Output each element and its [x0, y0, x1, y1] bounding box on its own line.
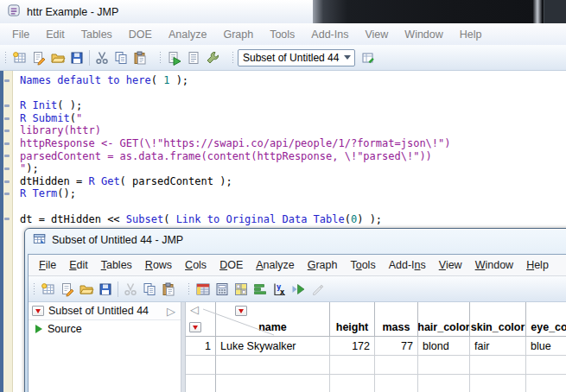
new-script-icon[interactable]: [29, 48, 48, 67]
w1-titlebar[interactable]: httr Example - JMP: [0, 0, 566, 23]
new-table-icon[interactable]: [10, 48, 29, 67]
cell-eye_color: [526, 375, 566, 392]
column-header-height[interactable]: height: [330, 302, 375, 337]
data-table-red-icon[interactable]: [194, 280, 213, 299]
sidebar-item-source[interactable]: Source: [29, 320, 181, 338]
code-line: ");: [20, 162, 566, 175]
menu-item-tools[interactable]: Tools: [350, 259, 375, 271]
menu-item-window[interactable]: Window: [404, 28, 442, 41]
table-row[interactable]: 1Luke Skywalker17277blondfairblue: [186, 337, 566, 356]
table-row-empty: [186, 375, 566, 392]
editor-gutter: [3, 71, 13, 392]
line-marker: [4, 193, 10, 195]
line-marker: [4, 168, 10, 170]
green-triangle-icon: [35, 325, 42, 333]
menu-item-tables[interactable]: Tables: [81, 28, 112, 41]
cut-icon[interactable]: [92, 48, 111, 67]
cell-height: [330, 375, 375, 392]
menu-item-doe[interactable]: DOE: [129, 28, 152, 41]
table-panel-title: Subset of Untitled 44: [48, 305, 162, 317]
copy-icon[interactable]: [111, 48, 130, 67]
corner-diagonal-line: [186, 302, 281, 337]
table-body[interactable]: 1Luke Skywalker17277blondfairblue: [186, 337, 566, 392]
line-marker: [4, 155, 10, 157]
new-table-icon[interactable]: [39, 280, 58, 299]
menu-item-view[interactable]: View: [365, 28, 388, 41]
cell-hair_color[interactable]: blond: [418, 337, 470, 356]
window-grid-icon[interactable]: [232, 280, 251, 299]
cell-skin_color: [470, 356, 526, 375]
panel-expand-icon[interactable]: ▷: [167, 306, 177, 317]
menu-item-analyze[interactable]: Analyze: [169, 28, 207, 41]
new-script-icon[interactable]: [58, 280, 77, 299]
save-icon[interactable]: [67, 48, 86, 67]
column-header-hair_color[interactable]: hair_color: [418, 302, 470, 337]
menu-item-rows[interactable]: Rows: [145, 259, 172, 271]
fit-yx-icon[interactable]: yx: [270, 280, 289, 299]
menu-item-file[interactable]: File: [39, 259, 56, 271]
log-icon[interactable]: [184, 48, 203, 67]
red-triangle-menu-icon[interactable]: [32, 306, 44, 316]
cell-height[interactable]: 172: [330, 337, 375, 356]
menu-item-tables[interactable]: Tables: [101, 259, 132, 271]
menu-item-file[interactable]: File: [12, 28, 29, 41]
table-edit-icon[interactable]: [359, 48, 378, 67]
cell-skin_color[interactable]: fair: [470, 337, 526, 356]
code-line: [20, 87, 566, 100]
row-number[interactable]: [186, 375, 216, 392]
menu-item-help[interactable]: Help: [460, 28, 482, 41]
column-header-mass[interactable]: mass: [375, 302, 418, 337]
run-script-icon[interactable]: [165, 48, 184, 67]
graph-builder-icon[interactable]: [251, 280, 270, 299]
code-line: dtHidden = R Get( parsedContent );: [20, 175, 566, 188]
cell-hair_color: [418, 356, 470, 375]
copy-icon[interactable]: [140, 280, 159, 299]
open-folder-icon[interactable]: [48, 48, 67, 67]
distribute-icon[interactable]: [289, 280, 308, 299]
table-header-row: nameheightmasshair_colorskin_coloreye_co…: [186, 302, 566, 337]
cell-mass: [375, 375, 418, 392]
menu-item-window[interactable]: Window: [475, 259, 513, 271]
column-header-eye_color[interactable]: eye_color: [526, 302, 566, 337]
line-marker: [4, 142, 10, 145]
formula-icon[interactable]: [213, 280, 232, 299]
menu-item-cols[interactable]: Cols: [185, 259, 207, 271]
menu-item-doe[interactable]: DOE: [219, 259, 243, 271]
chevron-down-icon[interactable]: [340, 55, 354, 60]
menu-item-add-ins[interactable]: Add-Ins: [389, 259, 426, 271]
background-window-edge: [533, 0, 542, 23]
window-subset-table: Subset of Untitled 44 - JMP FileEditTabl…: [24, 228, 566, 392]
menu-item-add-ins[interactable]: Add-Ins: [311, 28, 348, 41]
paste-icon[interactable]: [159, 280, 178, 299]
table-selector-combo[interactable]: Subset of Untitled 44: [238, 49, 355, 66]
cell-name[interactable]: Luke Skywalker: [216, 337, 330, 356]
menu-item-edit[interactable]: Edit: [46, 28, 65, 41]
save-icon[interactable]: [96, 280, 115, 299]
menu-item-view[interactable]: View: [439, 259, 462, 271]
w2-menubar: FileEditTablesRowsColsDOEAnalyzeGraphToo…: [29, 255, 566, 276]
sidebar-fill: [29, 338, 181, 392]
toolbar-separator: [118, 281, 118, 297]
tools-icon[interactable]: [203, 48, 222, 67]
cell-mass[interactable]: 77: [375, 337, 418, 356]
cell-eye_color[interactable]: blue: [526, 337, 566, 356]
line-marker: [4, 104, 10, 107]
menu-item-edit[interactable]: Edit: [69, 259, 88, 271]
table-row-empty: [186, 356, 566, 375]
menu-item-graph[interactable]: Graph: [223, 28, 253, 41]
menu-item-help[interactable]: Help: [526, 259, 549, 271]
cell-height: [330, 356, 375, 375]
column-header-skin_color[interactable]: skin_color: [470, 302, 526, 337]
menu-item-graph[interactable]: Graph: [308, 259, 338, 271]
edit-icon[interactable]: [308, 280, 327, 299]
row-number[interactable]: 1: [186, 337, 216, 356]
background-window-buttons: [544, 0, 566, 23]
menu-item-analyze[interactable]: Analyze: [256, 259, 294, 271]
menu-item-tools[interactable]: Tools: [270, 28, 295, 41]
row-number[interactable]: [186, 356, 216, 375]
w2-titlebar[interactable]: Subset of Untitled 44 - JMP: [25, 229, 566, 251]
open-folder-icon[interactable]: [77, 280, 96, 299]
cut-icon[interactable]: [121, 280, 140, 299]
paste-icon[interactable]: [130, 48, 149, 67]
cell-name: [216, 356, 330, 375]
